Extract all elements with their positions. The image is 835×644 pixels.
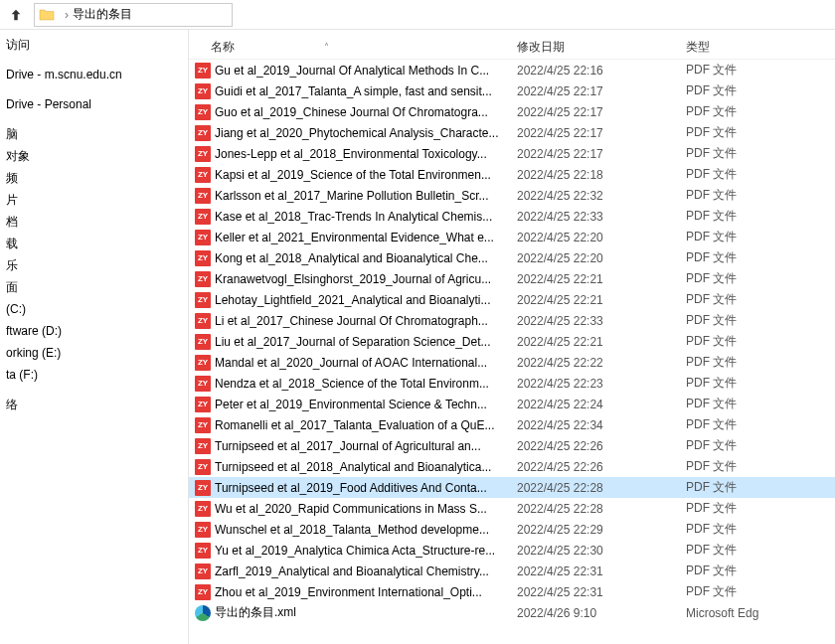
file-date: 2022/4/25 22:31: [517, 585, 686, 599]
file-row[interactable]: ZYTurnipseed et al_2018_Analytical and B…: [189, 456, 835, 477]
file-row[interactable]: ZYLi et al_2017_Chinese Journal Of Chrom…: [189, 310, 835, 331]
file-row[interactable]: ZYGu et al_2019_Journal Of Analytical Me…: [189, 60, 835, 80]
file-name: Zhou et al_2019_Environment Internationa…: [215, 585, 517, 599]
file-date: 2022/4/25 22:21: [517, 293, 686, 307]
file-date: 2022/4/25 22:32: [517, 189, 686, 203]
file-type: PDF 文件: [686, 375, 835, 392]
file-type: PDF 文件: [686, 437, 835, 454]
file-type: PDF 文件: [686, 124, 835, 141]
pdf-file-icon: ZY: [195, 438, 211, 454]
file-row[interactable]: ZYKeller et al_2021_Environmental Eviden…: [189, 227, 835, 247]
file-row[interactable]: ZYKranawetvogl_Elsinghorst_2019_Journal …: [189, 268, 835, 289]
file-row[interactable]: ZYTurnipseed et al_2019_Food Additives A…: [189, 477, 835, 498]
column-header-type[interactable]: 类型: [686, 39, 835, 56]
file-type: PDF 文件: [686, 249, 835, 266]
sidebar-item[interactable]: orking (E:): [0, 342, 188, 364]
file-row[interactable]: ZYMandal et al_2020_Journal of AOAC Inte…: [189, 352, 835, 373]
breadcrumb-folder[interactable]: 导出的条目: [73, 6, 132, 23]
sidebar-item[interactable]: 载: [0, 233, 188, 254]
sidebar-item[interactable]: 频: [0, 167, 188, 189]
sidebar-item[interactable]: (C:): [0, 298, 188, 320]
file-name: Guidi et al_2017_Talanta_A simple, fast …: [215, 84, 517, 98]
file-type: PDF 文件: [686, 270, 835, 287]
pdf-file-icon: ZY: [195, 501, 211, 517]
file-row[interactable]: ZYYu et al_2019_Analytica Chimica Acta_S…: [189, 540, 835, 561]
column-header-date-label: 修改日期: [517, 40, 565, 54]
file-row[interactable]: ZYJones-Lepp et al_2018_Environmental To…: [189, 143, 835, 164]
file-type: PDF 文件: [686, 354, 835, 371]
file-date: 2022/4/25 22:17: [517, 147, 686, 161]
file-date: 2022/4/25 22:28: [517, 481, 686, 495]
column-header-date[interactable]: 修改日期: [517, 39, 686, 56]
file-type: PDF 文件: [686, 521, 835, 538]
file-date: 2022/4/25 22:16: [517, 64, 686, 78]
file-row[interactable]: ZYGuo et al_2019_Chinese Journal Of Chro…: [189, 101, 835, 122]
file-name: Nendza et al_2018_Science of the Total E…: [215, 377, 517, 391]
sidebar-item[interactable]: Drive - Personal: [0, 93, 188, 115]
file-row[interactable]: ZYKapsi et al_2019_Science of the Total …: [189, 164, 835, 185]
pdf-file-icon: ZY: [195, 271, 211, 287]
file-row[interactable]: ZYZarfl_2019_Analytical and Bioanalytica…: [189, 561, 835, 581]
file-row[interactable]: ZYKase et al_2018_Trac-Trends In Analyti…: [189, 206, 835, 227]
pdf-file-icon: ZY: [195, 334, 211, 350]
file-row[interactable]: ZYTurnipseed et al_2017_Journal of Agric…: [189, 435, 835, 456]
file-name: Wunschel et al_2018_Talanta_Method devel…: [215, 523, 517, 537]
sidebar-item[interactable]: 脑: [0, 123, 188, 145]
file-row[interactable]: ZYKarlsson et al_2017_Marine Pollution B…: [189, 185, 835, 206]
file-type: PDF 文件: [686, 229, 835, 245]
pdf-file-icon: ZY: [195, 292, 211, 308]
pdf-file-icon: ZY: [195, 188, 211, 204]
sidebar-item[interactable]: 络: [0, 394, 188, 415]
sidebar: 访问Drive - m.scnu.edu.cnDrive - Personal脑…: [0, 30, 189, 644]
file-date: 2022/4/26 9:10: [517, 606, 686, 620]
file-type: PDF 文件: [686, 500, 835, 517]
file-name: Guo et al_2019_Chinese Journal Of Chroma…: [215, 105, 517, 119]
pdf-file-icon: ZY: [195, 376, 211, 392]
file-row[interactable]: ZYWu et al_2020_Rapid Communications in …: [189, 498, 835, 519]
file-type: PDF 文件: [686, 291, 835, 308]
file-row[interactable]: ZYKong et al_2018_Analytical and Bioanal…: [189, 247, 835, 268]
arrow-up-icon: [9, 8, 23, 22]
file-name: Turnipseed et al_2017_Journal of Agricul…: [215, 439, 517, 453]
pdf-file-icon: ZY: [195, 543, 211, 559]
nav-up-button[interactable]: [4, 3, 28, 27]
file-row[interactable]: ZYLehotay_Lightfield_2021_Analytical and…: [189, 289, 835, 310]
pdf-file-icon: ZY: [195, 167, 211, 183]
sidebar-item[interactable]: ftware (D:): [0, 320, 188, 342]
file-date: 2022/4/25 22:20: [517, 231, 686, 244]
file-type: PDF 文件: [686, 396, 835, 412]
address-bar[interactable]: › 导出的条目: [34, 3, 233, 27]
sidebar-item[interactable]: 访问: [0, 34, 188, 56]
file-row[interactable]: ZYJiang et al_2020_Phytochemical Analysi…: [189, 122, 835, 143]
file-row[interactable]: ZYPeter et al_2019_Environmental Science…: [189, 394, 835, 414]
sidebar-item[interactable]: 对象: [0, 145, 188, 167]
file-type: PDF 文件: [686, 479, 835, 496]
pdf-file-icon: ZY: [195, 83, 211, 99]
sidebar-item[interactable]: 片: [0, 189, 188, 211]
sidebar-item[interactable]: 档: [0, 211, 188, 233]
sidebar-item[interactable]: Drive - m.scnu.edu.cn: [0, 64, 188, 85]
file-type: PDF 文件: [686, 416, 835, 433]
file-row[interactable]: ZYNendza et al_2018_Science of the Total…: [189, 373, 835, 394]
file-name: Wu et al_2020_Rapid Communications in Ma…: [215, 502, 517, 516]
file-date: 2022/4/25 22:33: [517, 210, 686, 224]
file-list: ZYGu et al_2019_Journal Of Analytical Me…: [189, 60, 835, 644]
file-type: PDF 文件: [686, 145, 835, 162]
file-row[interactable]: ZYGuidi et al_2017_Talanta_A simple, fas…: [189, 80, 835, 101]
sidebar-item[interactable]: 乐: [0, 254, 188, 276]
file-date: 2022/4/25 22:20: [517, 251, 686, 265]
sidebar-item[interactable]: ta (F:): [0, 364, 188, 386]
file-row[interactable]: ZYLiu et al_2017_Journal of Separation S…: [189, 331, 835, 352]
file-name: Kranawetvogl_Elsinghorst_2019_Journal of…: [215, 272, 517, 286]
file-row[interactable]: ZYZhou et al_2019_Environment Internatio…: [189, 581, 835, 602]
file-row[interactable]: ZYRomanelli et al_2017_Talanta_Evaluatio…: [189, 414, 835, 435]
pdf-file-icon: ZY: [195, 209, 211, 225]
pdf-file-icon: ZY: [195, 480, 211, 496]
column-header-name[interactable]: 名称 ˄: [189, 39, 517, 56]
file-type: PDF 文件: [686, 563, 835, 579]
column-header-name-label: 名称: [211, 39, 235, 56]
file-row[interactable]: ZYWunschel et al_2018_Talanta_Method dev…: [189, 519, 835, 540]
file-row[interactable]: 导出的条目.xml2022/4/26 9:10Microsoft Edg: [189, 602, 835, 623]
sidebar-item[interactable]: 面: [0, 276, 188, 298]
file-date: 2022/4/25 22:22: [517, 356, 686, 370]
